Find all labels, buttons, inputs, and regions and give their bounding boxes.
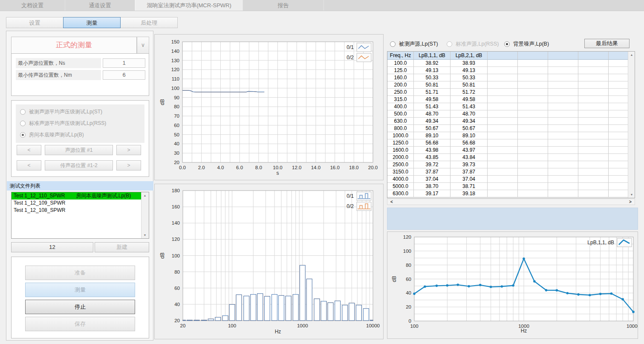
table-row[interactable]: 160.050.3350.33 <box>387 74 628 81</box>
table-cell[interactable] <box>609 168 628 176</box>
table-cell[interactable] <box>488 103 518 110</box>
table-cell[interactable]: 39.18 <box>451 190 488 197</box>
table-cell[interactable]: 37.04 <box>451 176 488 183</box>
table-cell[interactable] <box>578 60 609 67</box>
mic-prev-button[interactable]: < <box>17 160 41 171</box>
table-cell[interactable] <box>488 190 518 197</box>
table-cell[interactable] <box>548 67 578 74</box>
table-cell[interactable] <box>609 89 628 96</box>
radio-circle-icon[interactable] <box>390 41 396 47</box>
table-cell[interactable]: 400.0 <box>387 103 414 110</box>
table-cell[interactable] <box>578 110 609 118</box>
table-cell[interactable]: 51.71 <box>414 89 451 96</box>
table-cell[interactable] <box>518 132 548 139</box>
table-cell[interactable] <box>488 118 518 125</box>
save-button[interactable]: 保存 <box>25 317 135 331</box>
table-cell[interactable] <box>548 110 578 118</box>
mic-position-button[interactable]: 传声器位置 #1-2 <box>45 160 113 171</box>
table-cell[interactable]: 50.81 <box>414 81 451 89</box>
table-cell[interactable]: 1000.0 <box>387 132 414 139</box>
table-cell[interactable] <box>548 168 578 176</box>
radio-circle-icon[interactable] <box>20 132 26 138</box>
table-row[interactable]: 630.049.3449.34 <box>387 118 628 125</box>
table-cell[interactable] <box>518 176 548 183</box>
radio-circle-icon[interactable] <box>447 41 452 47</box>
table-cell[interactable] <box>518 161 548 168</box>
radio-circle-icon[interactable] <box>20 121 26 126</box>
table-cell[interactable] <box>578 118 609 125</box>
table-cell[interactable] <box>578 168 609 176</box>
table-cell[interactable]: 315.0 <box>387 96 414 103</box>
table-cell[interactable]: 89.10 <box>451 132 488 139</box>
chevron-down-icon[interactable]: ∨ <box>137 37 149 54</box>
table-cell[interactable]: 43.98 <box>414 147 451 154</box>
table-cell[interactable]: 38.70 <box>414 183 451 190</box>
table-cell[interactable] <box>548 176 578 183</box>
table-cell[interactable] <box>609 132 628 139</box>
result-radio-lp-rss[interactable]: 标准声源,Lp(RSS) <box>447 40 499 48</box>
table-cell[interactable] <box>548 190 578 197</box>
table-cell[interactable] <box>609 125 628 132</box>
tab-report[interactable]: 报告 <box>243 0 324 11</box>
stop-button[interactable]: 停止 <box>25 300 135 314</box>
table-cell[interactable]: 160.0 <box>387 74 414 81</box>
table-cell[interactable] <box>548 96 578 103</box>
table-row[interactable]: 6300.039.1739.18 <box>387 190 628 197</box>
table-cell[interactable]: 48.70 <box>414 110 451 118</box>
table-cell[interactable]: 38.93 <box>451 60 488 67</box>
table-cell[interactable] <box>578 176 609 183</box>
table-cell[interactable]: 49.34 <box>414 118 451 125</box>
table-cell[interactable] <box>609 81 628 89</box>
table-row[interactable]: 5000.038.7038.71 <box>387 183 628 190</box>
table-cell[interactable] <box>548 125 578 132</box>
table-cell[interactable]: 49.58 <box>451 96 488 103</box>
table-cell[interactable]: 50.67 <box>451 125 488 132</box>
table-cell[interactable] <box>578 190 609 197</box>
table-row[interactable]: 800.050.6750.67 <box>387 125 628 132</box>
table-cell[interactable] <box>518 96 548 103</box>
source-position-button[interactable]: 声源位置 #1 <box>45 145 113 155</box>
table-cell[interactable]: 100.0 <box>387 60 414 67</box>
table-cell[interactable] <box>609 154 628 161</box>
table-cell[interactable] <box>609 103 628 110</box>
new-file-button[interactable]: 新建 <box>95 242 149 252</box>
radio-lp-st[interactable]: 被测声源平均声压级测试,Lp(ST) <box>20 108 102 116</box>
table-cell[interactable]: 50.67 <box>414 125 451 132</box>
table-row[interactable]: 315.049.5849.58 <box>387 96 628 103</box>
table-cell[interactable] <box>548 183 578 190</box>
table-cell[interactable]: 48.70 <box>451 110 488 118</box>
table-cell[interactable] <box>518 168 548 176</box>
table-cell[interactable]: 50.33 <box>451 74 488 81</box>
table-cell[interactable] <box>518 139 548 147</box>
table-cell[interactable] <box>548 81 578 89</box>
table-cell[interactable]: 43.85 <box>414 154 451 161</box>
table-row[interactable]: 3150.037.8737.87 <box>387 168 628 176</box>
table-row[interactable]: 1600.043.9843.97 <box>387 147 628 154</box>
table-cell[interactable]: 43.84 <box>451 154 488 161</box>
table-cell[interactable] <box>548 139 578 147</box>
list-item[interactable]: Test 1_12_109_SPWR <box>12 199 149 207</box>
table-cell[interactable] <box>488 154 518 161</box>
file-count-button[interactable]: 12 <box>11 242 93 252</box>
table-cell[interactable]: 56.68 <box>451 139 488 147</box>
table-cell[interactable] <box>548 154 578 161</box>
table-cell[interactable] <box>488 81 518 89</box>
table-cell[interactable]: 50.81 <box>451 81 488 89</box>
table-cell[interactable] <box>548 60 578 67</box>
table-cell[interactable] <box>518 147 548 154</box>
table-cell[interactable]: 39.17 <box>414 190 451 197</box>
table-cell[interactable] <box>518 81 548 89</box>
table-row[interactable]: 125.049.1349.13 <box>387 67 628 74</box>
table-cell[interactable]: 89.10 <box>414 132 451 139</box>
table-cell[interactable] <box>578 125 609 132</box>
table-cell[interactable] <box>488 168 518 176</box>
table-cell[interactable] <box>578 147 609 154</box>
table-cell[interactable] <box>578 139 609 147</box>
tab-channel-settings[interactable]: 通道设置 <box>65 0 135 11</box>
table-cell[interactable]: 38.92 <box>414 60 451 67</box>
tab-document-settings[interactable]: 文档设置 <box>0 0 65 11</box>
table-cell[interactable] <box>548 132 578 139</box>
table-cell[interactable] <box>548 103 578 110</box>
table-cell[interactable] <box>609 118 628 125</box>
table-cell[interactable]: 39.73 <box>451 161 488 168</box>
